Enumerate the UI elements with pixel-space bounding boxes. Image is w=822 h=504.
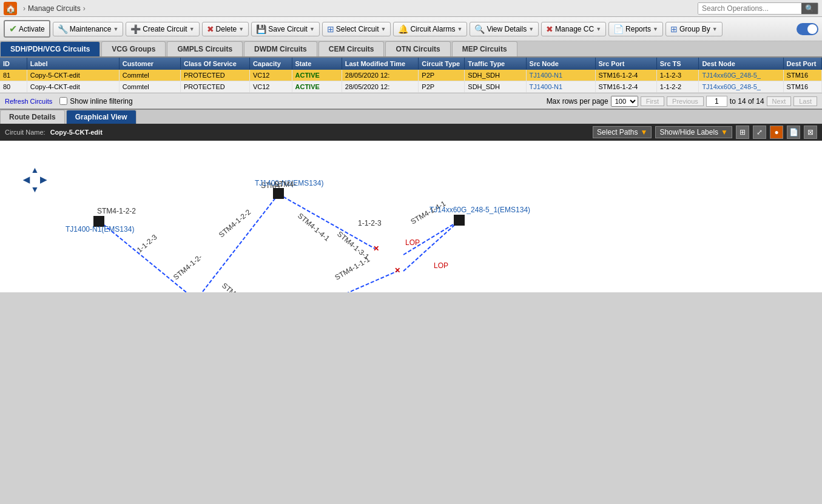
col-header-src[interactable]: Src Node [526, 58, 595, 70]
cell-src[interactable]: TJ1400-N1 [526, 81, 595, 93]
bottom-bar: Refresh Circuits Show inline filtering M… [0, 93, 822, 109]
view-button[interactable]: 🔍 View Details ▼ [470, 22, 539, 36]
breadcrumb-sep2: › [83, 4, 86, 13]
view-dropdown-arrow: ▼ [528, 26, 534, 32]
show-hide-arrow: ▼ [721, 128, 728, 136]
col-header-cos[interactable]: Class Of Service [180, 58, 249, 70]
tab-cem[interactable]: CEM Circuits [318, 41, 385, 56]
save-button[interactable]: 💾 Save Circuit ▼ [251, 22, 320, 36]
select-button[interactable]: ⊞ Select Circuit ▼ [322, 22, 391, 36]
select-paths-dropdown[interactable]: Select Paths ▼ [593, 126, 652, 138]
cell-dest[interactable]: TJ14xx60G_248-5_ [699, 70, 783, 81]
search-input[interactable] [698, 3, 801, 14]
tab-dwdm[interactable]: DWDM Circuits [244, 41, 317, 56]
cell-lmt: 28/05/2020 12: [342, 70, 419, 81]
last-page-button[interactable]: Last [793, 96, 817, 106]
export-button[interactable]: ⊠ [804, 126, 817, 139]
save-icon: 💾 [256, 24, 266, 34]
search-box: 🔍 [698, 2, 818, 15]
save-label: Save Circuit [268, 25, 308, 33]
first-page-button[interactable]: First [641, 96, 664, 106]
graph-svg: ✕ ✕ LOP LOP 1-1-2-3 STM4-1-2-2 STM4-1-2-… [0, 141, 822, 292]
activate-label: Activate [19, 25, 45, 33]
cell-tt: SDH_SDH [465, 70, 526, 81]
col-header-id[interactable]: ID [0, 58, 27, 70]
manage-button[interactable]: ✖ Manage CC ▼ [541, 22, 606, 36]
tab-otn[interactable]: OTN Circuits [385, 41, 450, 56]
node-n5-label[interactable]: TJ14xx60G_248-5_1(EMS134) [430, 206, 530, 214]
orange-action-button[interactable]: ● [770, 126, 783, 139]
circuit-name-static-label: Circuit Name: [5, 129, 45, 136]
node-n2-port: STM4- [274, 180, 296, 189]
fit-view-button[interactable]: ⊞ [736, 126, 749, 139]
view-tabs: Route Details Graphical View [0, 110, 822, 124]
col-header-state[interactable]: State [292, 58, 342, 70]
max-rows-select[interactable]: 100 50 25 [611, 96, 638, 107]
node-n5-box[interactable] [454, 215, 465, 226]
reports-button[interactable]: 📄 Reports ▼ [608, 22, 663, 36]
select-label: Select Circuit [336, 25, 379, 33]
toggle-button[interactable] [797, 23, 818, 35]
select-paths-label: Select Paths [597, 128, 638, 136]
col-header-label[interactable]: Label [27, 58, 119, 70]
search-button[interactable]: 🔍 [801, 3, 818, 14]
col-header-tt[interactable]: Traffic Type [465, 58, 526, 70]
node-n2-box[interactable] [273, 188, 284, 199]
show-hide-dropdown[interactable]: Show/Hide Labels ▼ [655, 126, 732, 138]
node-n1-label[interactable]: TJ1400-N1(EMS134) [66, 225, 134, 234]
reports-dropdown-arrow: ▼ [653, 26, 658, 32]
refresh-circuits-link[interactable]: Refresh Circuits [5, 98, 52, 105]
cell-dport: STM16 [783, 70, 821, 81]
groupby-button[interactable]: ⊞ Group By ▼ [665, 22, 723, 36]
cell-cos: PROTECTED [180, 70, 249, 81]
cell-srcts: 1-1-2-2 [656, 81, 699, 93]
tab-vcg-groups[interactable]: VCG Groups [101, 41, 166, 56]
create-label: Create Circuit [143, 25, 187, 33]
prev-page-button[interactable]: Previous [667, 96, 704, 106]
cell-cap: VC12 [249, 81, 292, 93]
home-icon[interactable]: 🏠 [4, 2, 17, 15]
tab-gmpls[interactable]: GMPLS Circuits [167, 41, 243, 56]
groupby-label: Group By [679, 25, 710, 33]
cell-label: Copy-5-CKT-edit [27, 70, 119, 81]
col-header-capacity[interactable]: Capacity [249, 58, 292, 70]
col-header-dport[interactable]: Dest Port [783, 58, 821, 70]
show-hide-label: Show/Hide Labels [659, 128, 718, 136]
activate-icon: ✔ [9, 23, 17, 35]
page-number-input[interactable] [706, 96, 727, 107]
col-header-customer[interactable]: Customer [119, 58, 180, 70]
circuit-table-container: ID Label Customer Class Of Service Capac… [0, 58, 822, 93]
tab-graphical-view[interactable]: Graphical View [66, 110, 136, 124]
tab-route-details[interactable]: Route Details [0, 110, 65, 124]
pagination: Max rows per page 100 50 25 First Previo… [547, 96, 817, 107]
cell-dest[interactable]: TJ14xx60G_248-5_ [699, 81, 783, 93]
create-button[interactable]: ➕ Create Circuit ▼ [126, 22, 199, 36]
page-total: to 14 of 14 [730, 97, 764, 106]
paths-select-area: Select Paths ▼ Show/Hide Labels ▼ ⊞ ⤢ ● … [593, 126, 817, 139]
delete-button[interactable]: ✖ Delete ▼ [202, 22, 249, 36]
activate-button[interactable]: ✔ Activate [4, 20, 50, 38]
delete-label: Delete [216, 25, 237, 33]
maintenance-button[interactable]: 🔧 Maintenance ▼ [53, 22, 124, 36]
pdf-button[interactable]: 📄 [787, 126, 800, 139]
zoom-fit-button[interactable]: ⤢ [753, 126, 766, 139]
table-row[interactable]: 80 Copy-4-CKT-edit Commtel PROTECTED VC1… [0, 81, 822, 93]
col-header-lmt[interactable]: Last Modified Time [342, 58, 419, 70]
inline-filter-checkbox[interactable] [59, 97, 67, 105]
cell-src[interactable]: TJ1400-N1 [526, 70, 595, 81]
col-header-dest[interactable]: Dest Node [699, 58, 783, 70]
next-page-button[interactable]: Next [767, 96, 792, 106]
table-row[interactable]: 81 Copy-5-CKT-edit Commtel PROTECTED VC1… [0, 70, 822, 81]
col-header-sport[interactable]: Src Port [595, 58, 656, 70]
breadcrumb-manage-circuits: Manage Circuits [28, 4, 81, 13]
inline-filter-label: Show inline filtering [70, 97, 132, 106]
cell-customer: Commtel [119, 70, 180, 81]
tab-sdh-pdh-vcg[interactable]: SDH/PDH/VCG Circuits [0, 41, 100, 56]
alarms-button[interactable]: 🔔 Circuit Alarms ▼ [393, 22, 467, 36]
path-label-stm4-1-1: STM4-1-1-1 [334, 255, 372, 281]
tab-mep[interactable]: MEP Circuits [452, 41, 517, 56]
lop-label2: LOP [434, 261, 448, 270]
col-header-srcts[interactable]: Src TS [656, 58, 699, 70]
col-header-ct[interactable]: Circuit Type [419, 58, 465, 70]
select-icon: ⊞ [327, 24, 334, 34]
